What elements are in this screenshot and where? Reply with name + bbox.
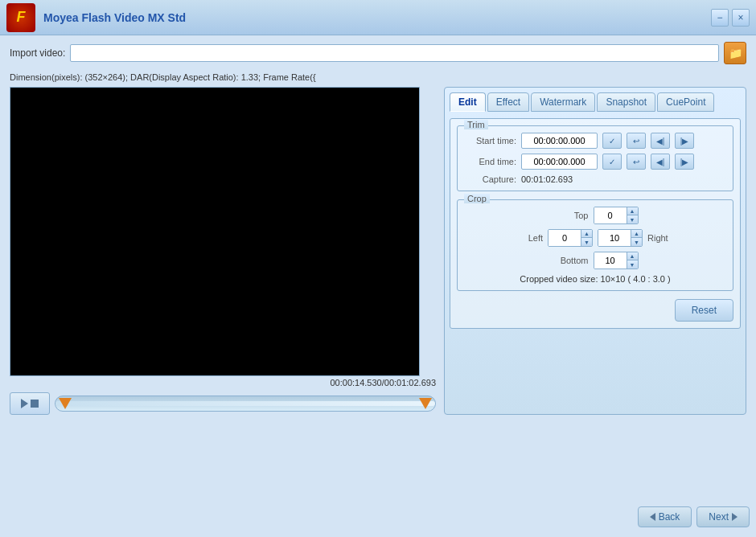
window-controls: − × bbox=[711, 9, 750, 27]
next-label: Next bbox=[709, 511, 729, 523]
crop-left-spinner: ▲ ▼ bbox=[581, 230, 592, 246]
video-info-bar: Dimension(pixels): (352×264); DAR(Displa… bbox=[10, 71, 746, 84]
minimize-button[interactable]: − bbox=[711, 9, 729, 27]
time-display: 00:00:14.530/00:01:02.693 bbox=[10, 376, 436, 389]
next-button[interactable]: Next bbox=[696, 506, 750, 527]
left-panel: 00:00:14.530/00:01:02.693 bbox=[10, 87, 436, 415]
app-logo: F bbox=[6, 3, 35, 32]
end-time-confirm-button[interactable]: ✓ bbox=[602, 154, 622, 170]
app-title: Moyea Flash Video MX Std bbox=[43, 11, 711, 24]
crop-bottom-spinbox[interactable]: ▲ ▼ bbox=[594, 252, 639, 269]
tab-bar: Edit Effect Watermark Snapshot CuePoint bbox=[450, 92, 741, 112]
capture-label: Capture: bbox=[464, 174, 516, 184]
crop-top-spinbox[interactable]: ▲ ▼ bbox=[594, 207, 639, 224]
start-time-step-back-button[interactable]: ◀| bbox=[651, 133, 670, 149]
play-stop-button[interactable] bbox=[10, 392, 50, 415]
end-time-input[interactable] bbox=[521, 154, 598, 170]
crop-left-label: Left bbox=[507, 233, 543, 243]
crop-bottom-down-button[interactable]: ▼ bbox=[627, 260, 638, 268]
crop-right-spinbox[interactable]: ▲ ▼ bbox=[598, 229, 643, 247]
playback-controls bbox=[10, 392, 436, 415]
play-icon bbox=[21, 399, 28, 408]
crop-bottom-spinner: ▲ ▼ bbox=[627, 252, 638, 268]
back-button[interactable]: Back bbox=[638, 506, 692, 527]
crop-label: Crop bbox=[464, 194, 490, 203]
crop-bottom-input[interactable] bbox=[594, 252, 627, 268]
import-input[interactable] bbox=[70, 44, 719, 62]
crop-left-up-button[interactable]: ▲ bbox=[581, 230, 592, 238]
trim-label: Trim bbox=[464, 120, 488, 129]
slider-right-thumb[interactable] bbox=[419, 398, 432, 409]
tab-effect[interactable]: Effect bbox=[487, 92, 529, 112]
crop-top-row: Top ▲ ▼ bbox=[464, 207, 726, 224]
crop-left-down-button[interactable]: ▼ bbox=[581, 238, 592, 246]
slider-track bbox=[55, 401, 435, 406]
crop-top-label: Top bbox=[553, 211, 589, 220]
start-time-step-forward-button[interactable]: |▶ bbox=[675, 133, 694, 149]
crop-right-down-button[interactable]: ▼ bbox=[631, 238, 642, 246]
back-arrow-icon bbox=[650, 513, 655, 521]
trim-section: Trim Start time: ✓ ↩ ◀| |▶ End tim bbox=[457, 125, 733, 191]
crop-right-input[interactable] bbox=[598, 230, 631, 246]
title-bar: F Moyea Flash Video MX Std − × bbox=[0, 0, 756, 35]
close-button[interactable]: × bbox=[732, 9, 750, 27]
crop-section: Crop Top ▲ ▼ bbox=[457, 199, 733, 291]
start-time-confirm-button[interactable]: ✓ bbox=[602, 133, 622, 149]
end-time-row: End time: ✓ ↩ ◀| |▶ bbox=[464, 154, 726, 170]
browse-button[interactable]: 📁 bbox=[724, 42, 746, 64]
start-time-label: Start time: bbox=[464, 136, 516, 146]
crop-right-label: Right bbox=[647, 233, 684, 243]
crop-left-input[interactable] bbox=[549, 230, 581, 246]
tab-edit[interactable]: Edit bbox=[450, 92, 486, 112]
start-time-input[interactable] bbox=[521, 133, 598, 149]
import-row: Import video: 📁 bbox=[10, 42, 746, 64]
crop-left-right-row: Left ▲ ▼ ▲ bbox=[464, 229, 726, 247]
reset-button[interactable]: Reset bbox=[675, 299, 733, 322]
end-time-label: End time: bbox=[464, 157, 516, 166]
crop-right-up-button[interactable]: ▲ bbox=[631, 230, 642, 238]
start-time-rewind-button[interactable]: ↩ bbox=[627, 133, 646, 149]
stop-icon bbox=[31, 400, 39, 408]
capture-value: 00:01:02.693 bbox=[521, 174, 573, 184]
capture-row: Capture: 00:01:02.693 bbox=[464, 174, 726, 184]
crop-top-spinner: ▲ ▼ bbox=[627, 207, 638, 223]
end-time-step-forward-button[interactable]: |▶ bbox=[675, 154, 694, 170]
end-time-step-back-button[interactable]: ◀| bbox=[651, 154, 670, 170]
crop-bottom-row: Bottom ▲ ▼ bbox=[464, 252, 726, 269]
end-time-rewind-button[interactable]: ↩ bbox=[627, 154, 646, 170]
tab-watermark[interactable]: Watermark bbox=[531, 92, 595, 112]
crop-top-up-button[interactable]: ▲ bbox=[627, 207, 638, 215]
crop-left-spinbox[interactable]: ▲ ▼ bbox=[548, 229, 593, 247]
crop-bottom-up-button[interactable]: ▲ bbox=[627, 252, 638, 260]
nav-bar: Back Next bbox=[638, 506, 750, 527]
tab-content-edit: Trim Start time: ✓ ↩ ◀| |▶ End tim bbox=[450, 118, 741, 329]
crop-right-spinner: ▲ ▼ bbox=[631, 230, 642, 246]
tab-snapshot[interactable]: Snapshot bbox=[597, 92, 655, 112]
crop-top-input[interactable] bbox=[594, 207, 627, 223]
crop-bottom-label: Bottom bbox=[553, 256, 589, 265]
back-label: Back bbox=[659, 511, 680, 523]
next-arrow-icon bbox=[732, 513, 738, 521]
import-label: Import video: bbox=[10, 47, 65, 59]
folder-icon: 📁 bbox=[729, 47, 742, 59]
start-time-row: Start time: ✓ ↩ ◀| |▶ bbox=[464, 133, 726, 149]
slider-left-thumb[interactable] bbox=[59, 398, 72, 409]
crop-size-text: Cropped video size: 10×10 ( 4.0 : 3.0 ) bbox=[464, 274, 726, 284]
crop-top-down-button[interactable]: ▼ bbox=[627, 215, 638, 223]
right-panel: Edit Effect Watermark Snapshot CuePoint … bbox=[444, 87, 746, 415]
timeline-slider[interactable] bbox=[55, 396, 436, 412]
tab-cuepoint[interactable]: CuePoint bbox=[657, 92, 714, 112]
video-display bbox=[10, 87, 420, 376]
